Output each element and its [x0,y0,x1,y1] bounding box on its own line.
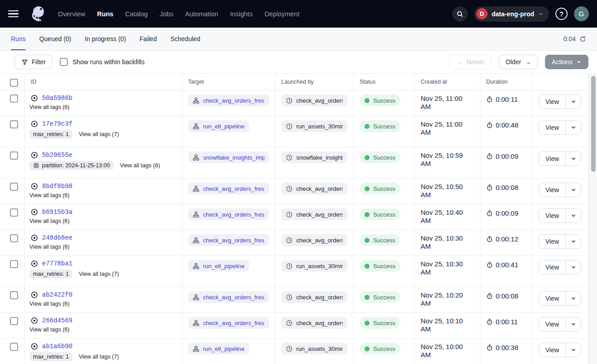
launched-by-pill[interactable]: run_assets_30min [281,343,347,355]
tab-failed[interactable]: Failed [140,28,157,50]
scrollbar-thumb[interactable] [591,76,596,172]
show-backfills-checkbox[interactable] [60,58,68,66]
tab-runs[interactable]: Runs [11,28,26,50]
target-pill[interactable]: check_avg_orders_freshne [188,234,269,246]
view-dropdown-button[interactable] [566,292,581,305]
nav-item-insights[interactable]: Insights [230,10,253,18]
view-all-tags-link[interactable]: View all tags (8) [120,162,160,169]
view-dropdown-button[interactable] [566,121,581,134]
run-id-link[interactable]: 8bdf8b98 [42,183,72,190]
view-all-tags-link[interactable]: View all tags (6) [29,218,70,224]
row-checkbox[interactable] [10,291,18,299]
deployment-switcher[interactable]: D data-eng-prod [474,6,549,22]
view-all-tags-link[interactable]: View all tags (7) [79,131,119,137]
view-button[interactable]: View [539,317,566,331]
view-button[interactable]: View [539,95,566,109]
target-pill[interactable]: check_avg_orders_freshne [188,183,269,194]
filter-button[interactable]: Filter [14,55,52,69]
launched-by-pill[interactable]: run_assets_30min [281,260,347,272]
view-button[interactable]: View [539,235,566,248]
row-checkbox[interactable] [10,317,18,325]
row-checkbox[interactable] [10,95,18,103]
row-checkbox[interactable] [10,120,18,128]
launched-by-pill[interactable]: check_avg_orders_f… [281,234,347,246]
tab-in-progress[interactable]: In progress (0) [85,28,126,50]
view-dropdown-button[interactable] [566,343,581,357]
view-all-tags-link[interactable]: View all tags (6) [29,244,70,250]
run-tag[interactable]: partition: 2024-11-25-13:00 [29,161,114,170]
launched-by-pill[interactable]: check_avg_orders_f… [281,95,347,106]
view-button[interactable]: View [539,121,566,134]
tab-queued[interactable]: Queued (0) [39,28,71,50]
run-id-link[interactable]: 50a5986b [42,95,72,102]
run-id-link[interactable]: ab2422f0 [42,291,72,298]
search-button[interactable] [452,6,468,22]
target-pill[interactable]: run_etl_pipeline [188,260,249,272]
view-dropdown-button[interactable] [566,152,581,165]
row-checkbox[interactable] [10,183,18,191]
target-pill[interactable]: run_etl_pipeline [188,343,249,355]
select-all-checkbox[interactable] [10,79,18,87]
row-checkbox[interactable] [10,234,18,242]
run-tag[interactable]: max_retries: 1 [29,130,72,139]
launched-by-pill[interactable]: snowflake_insights_… [281,151,347,163]
view-all-tags-link[interactable]: View all tags (6) [29,104,70,110]
target-pill[interactable]: check_avg_orders_freshne [188,95,269,106]
run-id-link[interactable]: 248d68ee [42,234,72,241]
refresh-icon[interactable] [579,36,586,43]
view-dropdown-button[interactable] [566,183,581,197]
row-checkbox[interactable] [10,208,18,217]
run-id-link[interactable]: b6915b3a [42,208,72,216]
nav-item-automation[interactable]: Automation [185,10,218,18]
view-button[interactable]: View [539,343,566,357]
target-pill[interactable]: check_avg_orders_freshne [188,208,269,220]
hamburger-menu-icon[interactable] [8,8,21,20]
view-button[interactable]: View [539,292,566,305]
launched-by-pill[interactable]: run_assets_30min [281,120,347,132]
row-checkbox[interactable] [10,260,18,268]
scrollbar-track[interactable] [589,74,597,364]
nav-item-overview[interactable]: Overview [58,10,85,18]
older-button[interactable]: Older → [499,55,538,69]
newer-button[interactable]: ← Newer [450,55,491,69]
view-dropdown-button[interactable] [566,235,581,248]
run-tag[interactable]: max_retries: 1 [29,352,72,361]
user-avatar[interactable]: G [574,6,589,21]
launched-by-pill[interactable]: check_avg_orders_f… [281,317,347,329]
nav-item-catalog[interactable]: Catalog [125,10,148,18]
tab-scheduled[interactable]: Scheduled [171,28,200,50]
run-id-link[interactable]: 17e79c3f [42,120,72,128]
launched-by-pill[interactable]: check_avg_orders_f… [281,208,347,220]
view-all-tags-link[interactable]: View all tags (6) [29,301,70,307]
view-button[interactable]: View [539,152,566,165]
run-tag[interactable]: max_retries: 1 [29,269,72,279]
launched-by-pill[interactable]: check_avg_orders_f… [281,183,347,194]
nav-item-deployment[interactable]: Deployment [265,10,299,18]
view-button[interactable]: View [539,209,566,222]
nav-item-runs[interactable]: Runs [97,10,113,18]
run-id-link[interactable]: e7778ba1 [42,260,72,267]
view-all-tags-link[interactable]: View all tags (7) [79,271,119,277]
view-button[interactable]: View [539,183,566,197]
view-dropdown-button[interactable] [566,209,581,222]
view-dropdown-button[interactable] [566,95,581,109]
show-backfills-label[interactable]: Show runs within backfills [72,58,145,66]
dagster-logo-icon[interactable] [29,5,47,24]
row-checkbox[interactable] [10,343,18,351]
target-pill[interactable]: check_avg_orders_freshne [188,291,269,303]
view-all-tags-link[interactable]: View all tags (7) [79,354,119,360]
view-all-tags-link[interactable]: View all tags (6) [29,326,70,333]
view-dropdown-button[interactable] [566,317,581,331]
target-pill[interactable]: run_etl_pipeline [188,120,249,132]
actions-button[interactable]: Actions [545,55,588,69]
view-dropdown-button[interactable] [566,260,581,274]
target-pill[interactable]: check_avg_orders_freshne [188,317,269,329]
help-button[interactable]: ? [555,8,568,20]
run-id-link[interactable]: 266d4569 [42,317,72,324]
view-button[interactable]: View [539,260,566,274]
view-all-tags-link[interactable]: View all tags (6) [29,192,70,199]
run-id-link[interactable]: ab1a6b90 [42,343,72,350]
run-id-link[interactable]: 5b20655e [42,151,72,159]
row-checkbox[interactable] [10,151,18,160]
launched-by-pill[interactable]: check_avg_orders_f… [281,291,347,303]
